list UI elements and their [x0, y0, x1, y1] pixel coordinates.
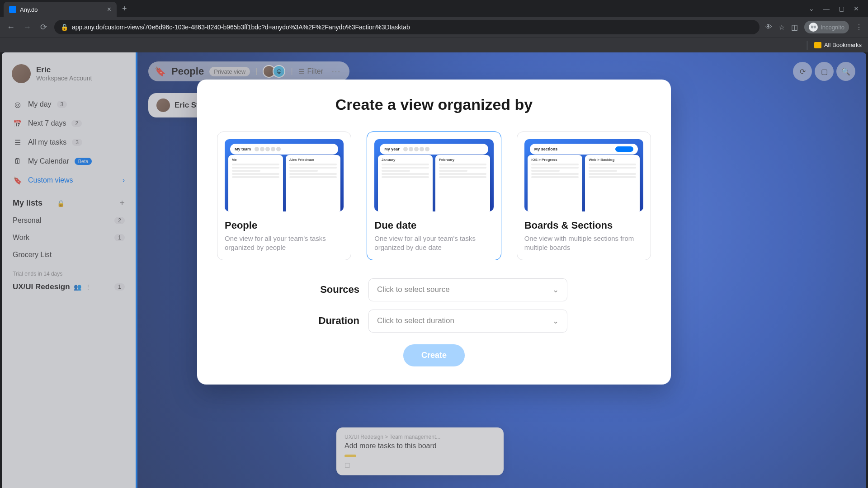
browser-chrome: Any.do × + ⌄ — ▢ ✕ ← → ⟳ 🔒 app.any.do/cu…: [0, 0, 868, 52]
address-bar[interactable]: 🔒 app.any.do/custom-views/70e6d96c-103e-…: [54, 20, 760, 34]
option-preview: My sections iOS > Progress Web > Backlog: [524, 139, 643, 211]
lock-icon: 🔒: [61, 23, 68, 31]
bookmarks-divider: │: [805, 41, 810, 49]
duration-select[interactable]: Click to select duration ⌄: [368, 310, 567, 333]
sources-placeholder: Click to select source: [377, 285, 450, 294]
browser-tab[interactable]: Any.do ×: [4, 2, 117, 17]
eye-off-icon[interactable]: 👁: [765, 23, 772, 31]
option-desc: One view for all your team's tasks organ…: [374, 234, 493, 253]
option-preview: My team Me Alex Friedman: [225, 139, 344, 211]
duration-placeholder: Click to select duration: [377, 316, 454, 325]
tab-bar: Any.do × + ⌄ — ▢ ✕: [0, 0, 868, 17]
folder-icon: [814, 42, 821, 48]
option-desc: One view for all your team's tasks organ…: [225, 234, 344, 253]
close-window-icon[interactable]: ✕: [854, 5, 859, 12]
app-viewport: Eric Workspace Account ◎ My day 3 📅 Next…: [2, 52, 866, 488]
reload-button[interactable]: ⟳: [38, 22, 49, 32]
all-bookmarks-label: All Bookmarks: [824, 42, 862, 48]
option-desc: One view with multiple sections from mul…: [524, 234, 643, 253]
maximize-icon[interactable]: ▢: [839, 5, 844, 12]
sources-label: Sources: [301, 284, 359, 296]
new-tab-button[interactable]: +: [122, 4, 127, 14]
create-button[interactable]: Create: [403, 344, 465, 366]
chevron-down-icon[interactable]: ⌄: [809, 5, 814, 12]
incognito-badge[interactable]: 🕶 Incognito: [804, 21, 849, 33]
chevron-down-icon: ⌄: [552, 285, 559, 295]
option-boards-sections[interactable]: My sections iOS > Progress Web > Backlog…: [517, 131, 651, 260]
window-controls: ⌄ — ▢ ✕: [809, 5, 864, 12]
option-preview: My year January February: [374, 139, 493, 211]
create-view-modal: Create a view organized by My team Me Al…: [197, 80, 671, 385]
modal-title: Create a view organized by: [217, 96, 651, 113]
tab-favicon: [9, 6, 16, 13]
sources-select[interactable]: Click to select source ⌄: [368, 278, 567, 301]
modal-backdrop[interactable]: Create a view organized by My team Me Al…: [2, 52, 866, 488]
bookmarks-bar: │ All Bookmarks: [0, 37, 868, 52]
option-title: Due date: [374, 220, 493, 231]
option-due-date[interactable]: My year January February Due date One vi…: [367, 131, 501, 260]
incognito-label: Incognito: [821, 24, 844, 31]
view-options: My team Me Alex Friedman People One view…: [217, 131, 651, 260]
tab-title: Any.do: [20, 6, 104, 13]
minimize-icon[interactable]: —: [823, 5, 830, 12]
url-text: app.any.do/custom-views/70e6d96c-103e-48…: [72, 23, 410, 31]
sources-row: Sources Click to select source ⌄: [217, 278, 651, 301]
duration-row: Duration Click to select duration ⌄: [217, 310, 651, 333]
all-bookmarks-button[interactable]: All Bookmarks: [814, 42, 862, 48]
incognito-icon: 🕶: [809, 23, 818, 32]
option-title: People: [225, 220, 344, 231]
back-button[interactable]: ←: [5, 23, 16, 32]
nav-bar: ← → ⟳ 🔒 app.any.do/custom-views/70e6d96c…: [0, 17, 868, 37]
duration-label: Duration: [301, 315, 359, 327]
extensions-icon[interactable]: ◫: [791, 23, 798, 32]
bookmark-star-icon[interactable]: ☆: [778, 23, 785, 32]
close-tab-icon[interactable]: ×: [107, 5, 111, 14]
forward-button[interactable]: →: [22, 23, 33, 32]
nav-right: 👁 ☆ ◫ 🕶 Incognito ⋮: [765, 21, 863, 33]
browser-menu-icon[interactable]: ⋮: [855, 23, 863, 32]
chevron-down-icon: ⌄: [552, 316, 559, 326]
option-title: Boards & Sections: [524, 220, 643, 231]
option-people[interactable]: My team Me Alex Friedman People One view…: [217, 131, 351, 260]
